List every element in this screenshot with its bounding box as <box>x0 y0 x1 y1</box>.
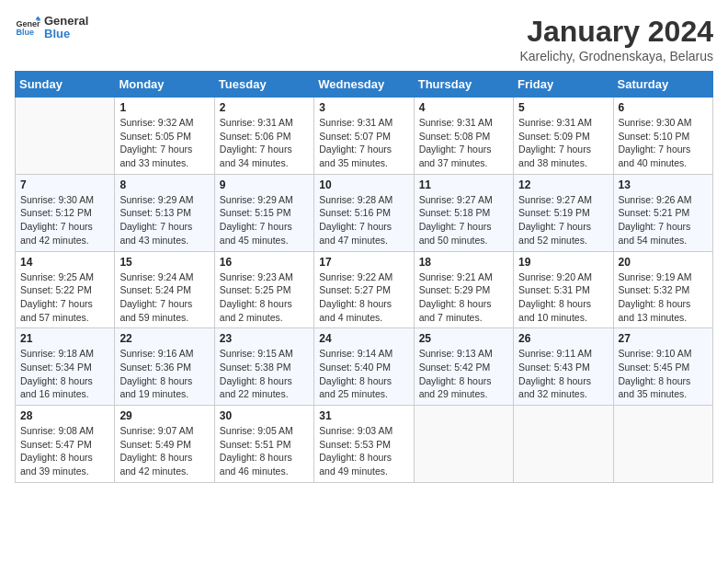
day-info: Sunrise: 9:07 AMSunset: 5:49 PMDaylight:… <box>119 424 209 478</box>
day-info: Sunrise: 9:30 AMSunset: 5:12 PMDaylight:… <box>20 193 109 247</box>
month-title: January 2024 <box>519 15 713 49</box>
day-number: 10 <box>319 178 408 191</box>
calendar-cell: 6Sunrise: 9:30 AMSunset: 5:10 PMDaylight… <box>613 98 712 175</box>
title-area: January 2024 Karelichy, Grodnenskaya, Be… <box>519 15 713 63</box>
day-info: Sunrise: 9:10 AMSunset: 5:45 PMDaylight:… <box>619 347 708 401</box>
day-info: Sunrise: 9:31 AMSunset: 5:09 PMDaylight:… <box>518 116 608 170</box>
day-info: Sunrise: 9:15 AMSunset: 5:38 PMDaylight:… <box>220 347 309 401</box>
calendar-cell: 27Sunrise: 9:10 AMSunset: 5:45 PMDayligh… <box>613 328 712 406</box>
calendar-cell: 10Sunrise: 9:28 AMSunset: 5:16 PMDayligh… <box>314 174 414 251</box>
calendar-cell <box>514 406 613 483</box>
calendar-cell: 22Sunrise: 9:16 AMSunset: 5:36 PMDayligh… <box>115 328 214 406</box>
day-info: Sunrise: 9:14 AMSunset: 5:40 PMDaylight:… <box>319 347 408 401</box>
calendar-cell <box>414 406 513 483</box>
calendar-cell: 25Sunrise: 9:13 AMSunset: 5:42 PMDayligh… <box>414 328 513 406</box>
day-number: 26 <box>518 332 608 345</box>
day-number: 14 <box>20 256 109 269</box>
header: General Blue General Blue January 2024 K… <box>15 15 713 63</box>
week-row-2: 7Sunrise: 9:30 AMSunset: 5:12 PMDaylight… <box>16 174 713 251</box>
day-info: Sunrise: 9:21 AMSunset: 5:29 PMDaylight:… <box>419 270 508 325</box>
day-info: Sunrise: 9:13 AMSunset: 5:42 PMDaylight:… <box>419 347 508 401</box>
day-info: Sunrise: 9:05 AMSunset: 5:51 PMDaylight:… <box>220 424 309 478</box>
calendar-cell: 8Sunrise: 9:29 AMSunset: 5:13 PMDaylight… <box>115 174 214 251</box>
calendar-cell: 14Sunrise: 9:25 AMSunset: 5:22 PMDayligh… <box>16 251 115 328</box>
weekday-header-saturday: Saturday <box>613 72 712 98</box>
logo: General Blue General Blue <box>15 15 88 41</box>
week-row-4: 21Sunrise: 9:18 AMSunset: 5:34 PMDayligh… <box>16 328 713 406</box>
day-number: 7 <box>20 178 109 191</box>
calendar-cell: 18Sunrise: 9:21 AMSunset: 5:29 PMDayligh… <box>414 251 513 328</box>
calendar-cell: 1Sunrise: 9:32 AMSunset: 5:05 PMDaylight… <box>115 98 214 175</box>
location-subtitle: Karelichy, Grodnenskaya, Belarus <box>519 49 713 63</box>
day-info: Sunrise: 9:22 AMSunset: 5:27 PMDaylight:… <box>319 270 408 325</box>
weekday-header-friday: Friday <box>514 72 613 98</box>
weekday-header-thursday: Thursday <box>414 72 513 98</box>
day-number: 21 <box>20 332 109 345</box>
day-number: 1 <box>119 101 209 114</box>
calendar-table: SundayMondayTuesdayWednesdayThursdayFrid… <box>15 71 713 483</box>
day-info: Sunrise: 9:31 AMSunset: 5:06 PMDaylight:… <box>220 116 309 170</box>
day-number: 18 <box>419 256 508 269</box>
calendar-cell: 24Sunrise: 9:14 AMSunset: 5:40 PMDayligh… <box>314 328 414 406</box>
calendar-cell: 17Sunrise: 9:22 AMSunset: 5:27 PMDayligh… <box>314 251 414 328</box>
day-number: 11 <box>419 178 508 191</box>
calendar-body: 1Sunrise: 9:32 AMSunset: 5:05 PMDaylight… <box>16 98 713 483</box>
day-number: 17 <box>319 256 408 269</box>
day-info: Sunrise: 9:28 AMSunset: 5:16 PMDaylight:… <box>319 193 408 247</box>
day-info: Sunrise: 9:31 AMSunset: 5:07 PMDaylight:… <box>319 116 408 170</box>
day-info: Sunrise: 9:08 AMSunset: 5:47 PMDaylight:… <box>20 424 109 478</box>
day-number: 4 <box>419 101 508 114</box>
weekday-header-sunday: Sunday <box>16 72 115 98</box>
calendar-cell: 11Sunrise: 9:27 AMSunset: 5:18 PMDayligh… <box>414 174 513 251</box>
day-info: Sunrise: 9:29 AMSunset: 5:13 PMDaylight:… <box>119 193 209 247</box>
day-number: 19 <box>518 256 608 269</box>
day-info: Sunrise: 9:20 AMSunset: 5:31 PMDaylight:… <box>518 270 608 325</box>
weekday-header-tuesday: Tuesday <box>214 72 313 98</box>
day-info: Sunrise: 9:19 AMSunset: 5:32 PMDaylight:… <box>619 270 708 325</box>
calendar-cell: 13Sunrise: 9:26 AMSunset: 5:21 PMDayligh… <box>613 174 712 251</box>
calendar-cell: 4Sunrise: 9:31 AMSunset: 5:08 PMDaylight… <box>414 98 513 175</box>
day-info: Sunrise: 9:27 AMSunset: 5:18 PMDaylight:… <box>419 193 508 247</box>
day-number: 12 <box>518 178 608 191</box>
svg-text:Blue: Blue <box>16 29 34 38</box>
day-number: 31 <box>319 409 408 422</box>
day-number: 25 <box>419 332 508 345</box>
calendar-cell: 7Sunrise: 9:30 AMSunset: 5:12 PMDaylight… <box>16 174 115 251</box>
calendar-cell: 16Sunrise: 9:23 AMSunset: 5:25 PMDayligh… <box>214 251 313 328</box>
calendar-cell: 20Sunrise: 9:19 AMSunset: 5:32 PMDayligh… <box>613 251 712 328</box>
week-row-5: 28Sunrise: 9:08 AMSunset: 5:47 PMDayligh… <box>16 406 713 483</box>
day-info: Sunrise: 9:23 AMSunset: 5:25 PMDaylight:… <box>220 270 309 325</box>
calendar-cell: 2Sunrise: 9:31 AMSunset: 5:06 PMDaylight… <box>214 98 313 175</box>
day-number: 8 <box>119 178 209 191</box>
logo-general: General <box>44 15 88 28</box>
calendar-cell: 28Sunrise: 9:08 AMSunset: 5:47 PMDayligh… <box>16 406 115 483</box>
day-number: 13 <box>619 178 708 191</box>
weekday-header-monday: Monday <box>115 72 214 98</box>
week-row-1: 1Sunrise: 9:32 AMSunset: 5:05 PMDaylight… <box>16 98 713 175</box>
day-number: 6 <box>619 101 708 114</box>
calendar-cell: 31Sunrise: 9:03 AMSunset: 5:53 PMDayligh… <box>314 406 414 483</box>
day-number: 29 <box>119 409 209 422</box>
day-number: 28 <box>20 409 109 422</box>
calendar-cell: 9Sunrise: 9:29 AMSunset: 5:15 PMDaylight… <box>214 174 313 251</box>
day-info: Sunrise: 9:32 AMSunset: 5:05 PMDaylight:… <box>119 116 209 170</box>
day-number: 9 <box>220 178 309 191</box>
day-info: Sunrise: 9:31 AMSunset: 5:08 PMDaylight:… <box>419 116 508 170</box>
calendar-cell: 21Sunrise: 9:18 AMSunset: 5:34 PMDayligh… <box>16 328 115 406</box>
calendar-cell: 30Sunrise: 9:05 AMSunset: 5:51 PMDayligh… <box>214 406 313 483</box>
day-info: Sunrise: 9:26 AMSunset: 5:21 PMDaylight:… <box>619 193 708 247</box>
calendar-header: SundayMondayTuesdayWednesdayThursdayFrid… <box>16 72 713 98</box>
day-number: 3 <box>319 101 408 114</box>
day-info: Sunrise: 9:24 AMSunset: 5:24 PMDaylight:… <box>119 270 209 325</box>
day-info: Sunrise: 9:27 AMSunset: 5:19 PMDaylight:… <box>518 193 608 247</box>
weekday-header-row: SundayMondayTuesdayWednesdayThursdayFrid… <box>16 72 713 98</box>
day-number: 27 <box>619 332 708 345</box>
day-info: Sunrise: 9:25 AMSunset: 5:22 PMDaylight:… <box>20 270 109 325</box>
calendar-cell <box>613 406 712 483</box>
day-number: 2 <box>220 101 309 114</box>
calendar-cell: 3Sunrise: 9:31 AMSunset: 5:07 PMDaylight… <box>314 98 414 175</box>
day-number: 16 <box>220 256 309 269</box>
calendar-cell: 29Sunrise: 9:07 AMSunset: 5:49 PMDayligh… <box>115 406 214 483</box>
day-info: Sunrise: 9:03 AMSunset: 5:53 PMDaylight:… <box>319 424 408 478</box>
calendar-cell: 5Sunrise: 9:31 AMSunset: 5:09 PMDaylight… <box>514 98 613 175</box>
